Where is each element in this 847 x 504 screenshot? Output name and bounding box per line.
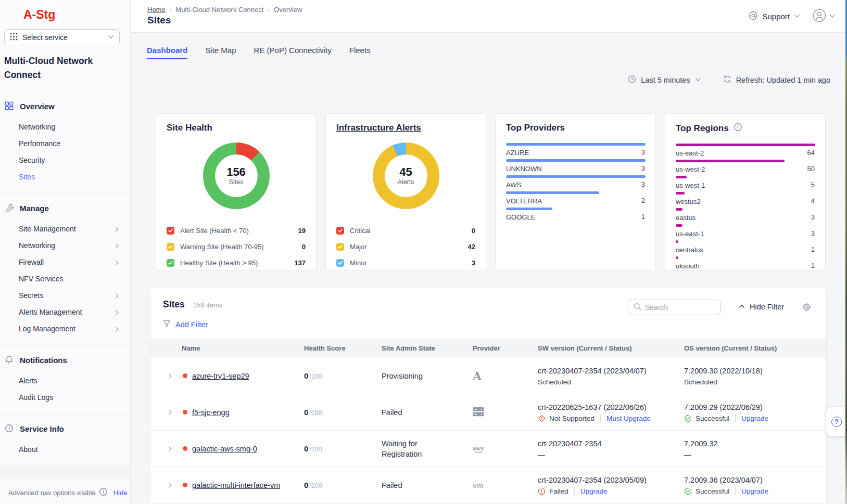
os-version: 7.2009.29 (2022/06/29) [684, 402, 826, 412]
expand-row-chevron-icon[interactable] [167, 409, 173, 416]
card-title-infrastructure-alerts[interactable]: Infrastructure Alerts [336, 123, 421, 133]
bar-row-aws: AWS 3 [506, 175, 645, 191]
bar [506, 191, 599, 194]
sidebar-item-performance[interactable]: Performance [0, 135, 130, 152]
tab-fleets[interactable]: Fleets [349, 46, 371, 59]
alert-status-dot [183, 446, 187, 451]
chevron-right-icon [114, 259, 120, 267]
upgrade-link[interactable]: Upgrade [741, 415, 768, 422]
legend-item[interactable]: Healthy Site (Health > 95) 137 [167, 255, 306, 271]
hide-filter-button[interactable]: Hide Filter [739, 303, 784, 311]
checkbox-checked-icon[interactable] [167, 227, 174, 235]
bar-row-westus2: westus2 4 [676, 192, 815, 208]
add-filter-button[interactable]: Add Filter [163, 320, 208, 329]
bar [676, 256, 678, 259]
column-header-health-score[interactable]: Health Score [304, 344, 382, 352]
checkbox-checked-icon[interactable] [336, 243, 344, 251]
bar [676, 160, 785, 162]
checkbox-checked-icon[interactable] [167, 243, 174, 251]
time-range-label: Last 5 minutes [641, 76, 690, 84]
checkbox-checked-icon[interactable] [336, 259, 344, 267]
sidebar-item-networking[interactable]: Networking [0, 119, 130, 135]
version-status-text: Successful [696, 415, 729, 422]
legend-item[interactable]: Alert Site (Health < 70) 19 [167, 223, 306, 239]
account-menu[interactable] [813, 9, 836, 24]
upgrade-link[interactable]: Must Upgrade [606, 415, 651, 422]
legend-item[interactable]: Major 42 [336, 239, 475, 255]
sidebar-section-service-info[interactable]: Service Info [0, 419, 130, 438]
legend-item[interactable]: Minor 3 [336, 255, 475, 271]
bar [676, 224, 682, 227]
sidebar-item-audit-logs[interactable]: Audit Logs [0, 389, 130, 406]
os-version: 7.2009.30 (2022/10/18) [684, 366, 826, 376]
expand-row-chevron-icon[interactable] [167, 482, 173, 488]
sidebar-section-overview[interactable]: Overview [0, 97, 130, 116]
site-name-link[interactable]: galactic-aws-smg-0 [192, 445, 257, 453]
azure-provider-icon: A [473, 369, 482, 383]
expand-row-chevron-icon[interactable] [167, 373, 173, 379]
sidebar-item-sites[interactable]: Sites [0, 169, 130, 185]
checkbox-checked-icon[interactable] [336, 227, 344, 235]
card-title-top-regions: Top Regions [676, 123, 729, 134]
sw-version: crt-20230407-2354 (2023/05/09) [538, 475, 682, 485]
legend-item[interactable]: Warning Site (Health 70-95) 0 [167, 239, 306, 255]
column-header-site-admin-state[interactable]: Site Admin State [382, 344, 473, 352]
sites-table-card: Sites 159 items Add Filter Hide Filter N… [150, 288, 827, 504]
page-title: Sites [131, 14, 847, 26]
divider [574, 487, 575, 495]
divider [735, 487, 736, 495]
app-logo: A-Stg [20, 7, 59, 22]
sidebar-item-about[interactable]: About [0, 441, 130, 458]
sw-version: crt-20230407-2354 [538, 438, 682, 449]
select-service-dropdown[interactable]: Select service [4, 29, 120, 45]
sidebar-item-security[interactable]: Security [0, 152, 130, 169]
sidebar-item-firewall[interactable]: Firewall [0, 254, 130, 270]
card-title-top-providers: Top Providers [506, 123, 565, 133]
upgrade-link[interactable]: Upgrade [580, 487, 608, 495]
tab-dashboard[interactable]: Dashboard [147, 46, 187, 59]
alert-status-dot [183, 483, 187, 487]
hide-link[interactable]: Hide [113, 489, 128, 497]
sidebar-item-log-management[interactable]: Log Management [0, 320, 130, 337]
expand-row-chevron-icon[interactable] [167, 446, 173, 452]
sidebar-item-site-management[interactable]: Site Management [0, 221, 130, 237]
site-name-link[interactable]: galactic-multi-interface-vm [192, 481, 280, 489]
table-settings-button[interactable] [802, 303, 811, 314]
column-header-name[interactable]: Name [150, 344, 304, 352]
chevron-down-icon [108, 33, 114, 42]
sidebar-item-networking[interactable]: Networking [0, 237, 130, 254]
sidebar-section-manage[interactable]: Manage [0, 199, 130, 218]
bar-row-uksouth: uksouth 1 [676, 256, 815, 273]
apps-grid-icon [10, 33, 18, 42]
sidebar-item-nfv-services[interactable]: NFV Services [0, 270, 130, 287]
select-service-label: Select service [22, 33, 103, 42]
support-menu[interactable]: Support [749, 11, 800, 22]
upgrade-link[interactable]: Upgrade [741, 487, 768, 495]
version-status-text: Scheduled [538, 378, 571, 386]
sidebar-section-notifications[interactable]: Notifications [0, 351, 130, 370]
tab-re-pop-connectivity[interactable]: RE (PoP) Connectivity [254, 46, 332, 59]
tab-site-map[interactable]: Site Map [205, 46, 236, 59]
refresh-button[interactable]: Refresh: Updated 1 min ago [723, 75, 830, 85]
site-name-link[interactable]: azure-try1-sep29 [192, 372, 249, 380]
sidebar-item-alerts[interactable]: Alerts [0, 372, 130, 389]
version-status-text: Not Supported [549, 415, 595, 422]
time-range-dropdown[interactable]: Last 5 minutes [628, 75, 701, 85]
site-name-link[interactable]: f5-sjc-engg [192, 408, 230, 417]
bar [676, 176, 687, 178]
checkbox-checked-icon[interactable] [167, 259, 174, 267]
service-title: Multi-Cloud Network Connect [4, 54, 124, 82]
help-button[interactable]: ? [831, 417, 842, 427]
legend-item[interactable]: Critical 0 [336, 223, 475, 239]
clock-icon [628, 75, 636, 85]
nav-section-overview: Overview NetworkingPerformanceSecuritySi… [0, 92, 130, 193]
column-header-sw-version-current-status[interactable]: SW version (Current / Status) [536, 344, 682, 352]
breadcrumb-home[interactable]: Home [147, 6, 166, 14]
sidebar-item-secrets[interactable]: Secrets [0, 287, 130, 304]
sidebar-item-alerts-management[interactable]: Alerts Management [0, 304, 130, 320]
column-header-provider[interactable]: Provider [473, 344, 536, 352]
column-header-os-version-current-status[interactable]: OS version (Current / Status) [682, 344, 826, 352]
table-title: Sites [163, 299, 185, 310]
search-input[interactable] [645, 303, 715, 312]
table-row: azure-try1-sep29 0/100 Provisioning A cr… [150, 358, 826, 394]
